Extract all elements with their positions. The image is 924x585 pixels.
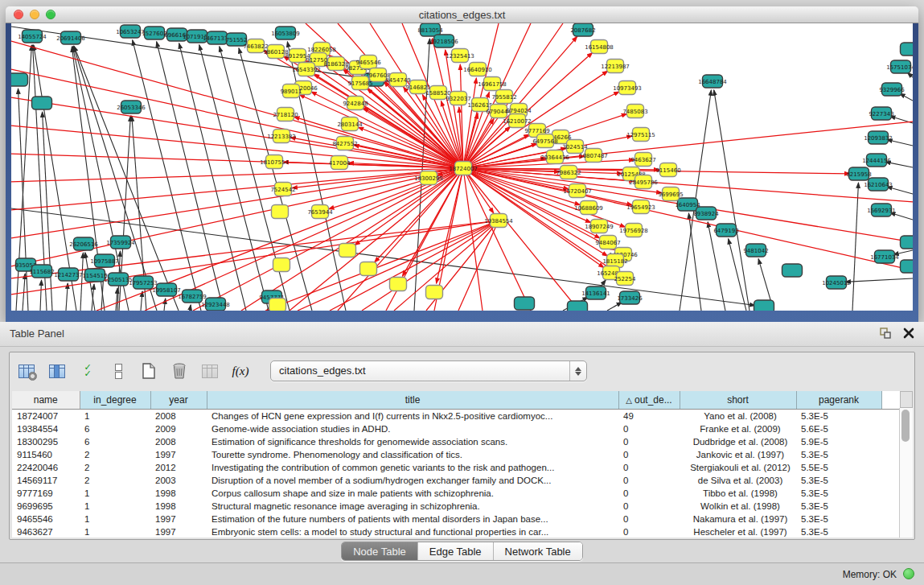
- table-row[interactable]: 1456911722003Disruption of a novel membe…: [12, 474, 900, 487]
- function-builder-icon[interactable]: f(x): [230, 360, 251, 381]
- graph-node[interactable]: 16640910: [463, 63, 492, 76]
- table-cell[interactable]: Jankovic et al. (1997): [680, 448, 796, 461]
- table-cell[interactable]: 5.3E-5: [796, 525, 881, 538]
- table-cell[interactable]: Dudbridge et al. (2008): [680, 435, 796, 448]
- table-cell[interactable]: Estimation of the future numbers of pati…: [207, 513, 618, 525]
- table-cell[interactable]: Corpus callosum shape and size in male p…: [207, 487, 618, 500]
- table-cell[interactable]: 2009: [150, 422, 207, 435]
- graph-edge[interactable]: [40, 280, 42, 311]
- graph-edge[interactable]: [358, 127, 463, 168]
- graph-node[interactable]: [360, 262, 377, 276]
- network-canvas[interactable]: 1405572420691406106532471527602696616010…: [11, 23, 913, 311]
- table-row[interactable]: 969969511998Structural magnetic resonanc…: [12, 500, 900, 513]
- table-cell[interactable]: 14569117: [12, 474, 80, 487]
- graph-node[interactable]: 19756928: [619, 224, 648, 237]
- table-cell[interactable]: 1: [80, 487, 150, 500]
- graph-node[interactable]: [515, 297, 535, 310]
- new-table-icon[interactable]: [138, 360, 159, 381]
- graph-node[interactable]: 16771034: [870, 250, 899, 263]
- graph-node[interactable]: [901, 260, 914, 273]
- tab-network-table[interactable]: Network Table: [494, 542, 582, 560]
- graph-node[interactable]: 1115682: [29, 265, 54, 278]
- graph-node[interactable]: [782, 264, 803, 277]
- table-row[interactable]: 911546021997Tourette syndrome. Phenomeno…: [12, 448, 900, 461]
- table-row[interactable]: 1872400712008Changes of HCN gene express…: [12, 410, 900, 423]
- table-cell[interactable]: 9777169: [12, 487, 80, 500]
- graph-node[interactable]: 8938924: [693, 207, 719, 220]
- table-cell[interactable]: 2003: [150, 474, 207, 487]
- graph-node[interactable]: 26053346: [117, 101, 146, 113]
- graph-node[interactable]: [754, 300, 774, 311]
- graph-node[interactable]: 15692931: [867, 204, 896, 216]
- graph-node[interactable]: 16648784: [698, 75, 727, 88]
- graph-node[interactable]: [11, 73, 28, 86]
- graph-node[interactable]: 16053809: [271, 27, 300, 39]
- graph-edge[interactable]: [890, 212, 913, 220]
- graph-edge[interactable]: [66, 283, 68, 311]
- graph-node[interactable]: 20691406: [56, 31, 85, 44]
- table-selector-dropdown[interactable]: citations_edges.txt: [270, 360, 587, 381]
- table-cell[interactable]: 0: [618, 474, 680, 487]
- graph-node[interactable]: 2087682: [570, 23, 595, 36]
- table-cell[interactable]: 1998: [150, 500, 207, 513]
- delete-table-icon[interactable]: [169, 360, 190, 381]
- graph-node[interactable]: [390, 278, 407, 291]
- table-cell[interactable]: 0: [618, 435, 680, 448]
- table-cell[interactable]: 1997: [150, 513, 207, 525]
- table-row[interactable]: 946554611997Estimation of the future num…: [12, 513, 900, 525]
- table-cell[interactable]: Estimation of significance thresholds fo…: [207, 435, 618, 448]
- show-columns-icon[interactable]: [47, 360, 68, 381]
- col-header-title[interactable]: title: [207, 391, 618, 410]
- graph-node[interactable]: 989011: [281, 84, 302, 98]
- graph-edge[interactable]: [299, 95, 463, 168]
- graph-node[interactable]: 1733426: [617, 291, 643, 304]
- table-cell[interactable]: 0: [618, 513, 680, 525]
- table-cell[interactable]: de Silva et al. (2003): [680, 474, 796, 487]
- graph-edge[interactable]: [43, 112, 52, 311]
- table-cell[interactable]: 1998: [150, 487, 207, 500]
- graph-node[interactable]: 19654923: [626, 200, 655, 214]
- col-header-year[interactable]: year: [150, 391, 207, 410]
- graph-node[interactable]: [273, 258, 290, 272]
- table-row[interactable]: 2242004622012Investigating the contribut…: [12, 461, 900, 474]
- graph-node[interactable]: [568, 301, 588, 311]
- graph-edge[interactable]: [11, 97, 463, 168]
- select-rows-icon[interactable]: ✓✓: [77, 360, 98, 381]
- graph-node[interactable]: 6479193: [713, 224, 738, 237]
- graph-edge[interactable]: [11, 208, 755, 306]
- graph-node[interactable]: 1527602: [142, 27, 166, 39]
- table-cell[interactable]: 2012: [150, 461, 207, 474]
- graph-node[interactable]: 2718120: [273, 108, 298, 122]
- table-cell[interactable]: Hescheler et al. (1997): [680, 525, 796, 538]
- table-cell[interactable]: 1: [80, 410, 150, 423]
- table-cell[interactable]: Investigating the contribution of common…: [207, 461, 618, 474]
- graph-node[interactable]: 12444156: [862, 154, 891, 167]
- graph-node[interactable]: 252254: [614, 272, 636, 286]
- table-cell[interactable]: Stergiakouli et al. (2012): [680, 461, 796, 474]
- graph-edge[interactable]: [463, 168, 913, 270]
- graph-edge[interactable]: [190, 305, 191, 311]
- table-cell[interactable]: 5.3E-5: [796, 487, 881, 500]
- graph-node[interactable]: 9481042: [743, 244, 768, 257]
- table-cell[interactable]: 2: [80, 461, 150, 474]
- graph-node[interactable]: 14136141: [581, 286, 610, 299]
- graph-node[interactable]: 12923448: [201, 298, 230, 311]
- graph-node[interactable]: [901, 43, 914, 56]
- table-cell[interactable]: 9463627: [12, 525, 80, 538]
- table-cell[interactable]: Tibbo et al. (1998): [680, 487, 796, 500]
- col-header-pagerank[interactable]: pagerank: [796, 391, 881, 410]
- graph-edge[interactable]: [330, 220, 499, 311]
- table-row[interactable]: 977716911998Corpus callosum shape and si…: [12, 487, 900, 500]
- table-cell[interactable]: Franke et al. (2009): [680, 422, 796, 435]
- table-cell[interactable]: 5.3E-5: [796, 500, 881, 513]
- close-panel-icon[interactable]: [903, 328, 914, 342]
- table-cell[interactable]: 0: [618, 448, 680, 461]
- graph-node[interactable]: 2803144: [337, 117, 363, 131]
- graph-edge[interactable]: [607, 302, 622, 311]
- graph-node[interactable]: 9465546: [355, 56, 381, 69]
- table-cell[interactable]: 1997: [150, 525, 207, 538]
- table-cell[interactable]: 18724007: [12, 410, 80, 423]
- graph-node[interactable]: [426, 286, 443, 299]
- graph-edge[interactable]: [11, 168, 463, 238]
- graph-node[interactable]: 19958107: [152, 283, 181, 296]
